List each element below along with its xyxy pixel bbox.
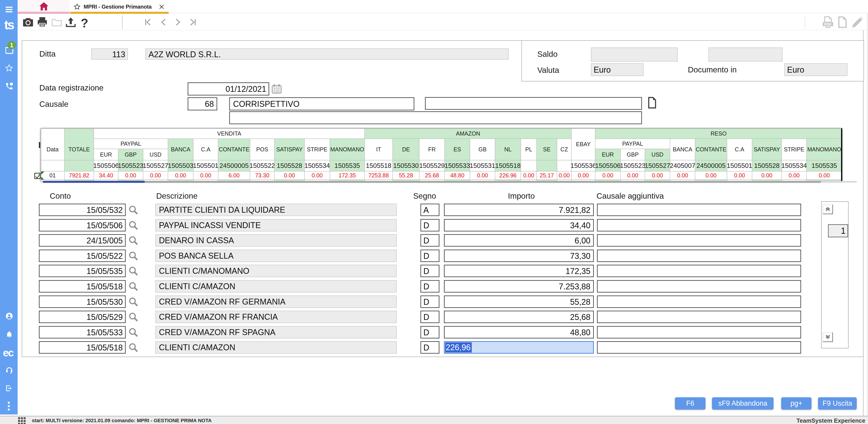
svg-text:PDF: PDF — [824, 22, 832, 26]
svg-text:3: 3 — [276, 88, 278, 92]
